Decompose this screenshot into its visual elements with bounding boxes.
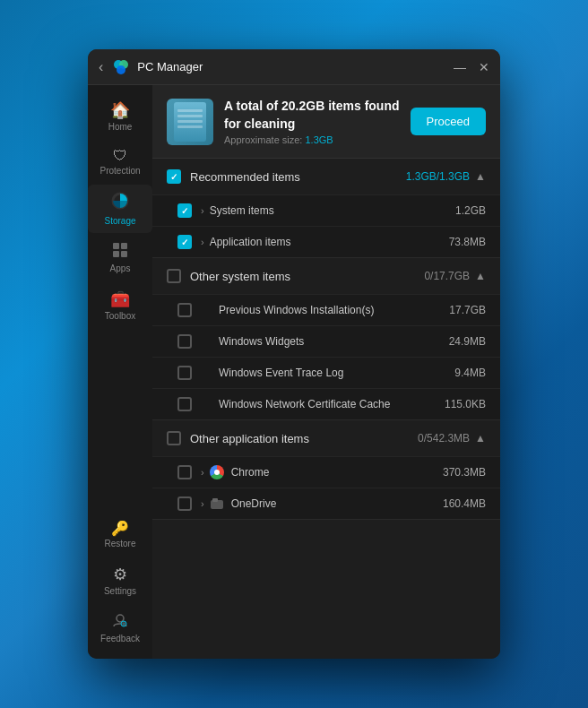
- other-system-sub-items: Previous Windows Installation(s) 17.7GB …: [152, 294, 500, 419]
- recommended-sub-items: › System items 1.2GB › Application items…: [152, 194, 500, 257]
- app-items-label: Application items: [210, 236, 449, 248]
- sidebar-settings-label: Settings: [104, 586, 136, 596]
- svg-rect-7: [121, 251, 127, 257]
- windows-widgets-size: 24.9MB: [449, 335, 486, 348]
- other-app-checkbox[interactable]: [167, 431, 181, 445]
- pc-manager-window: ‹ PC Manager — ✕ 🏠 Home 🛡 Protection: [88, 49, 500, 659]
- list-item: › OneDrive 160.4MB: [152, 488, 500, 519]
- other-system-title: Other system items: [190, 270, 424, 283]
- main-layout: 🏠 Home 🛡 Protection Storage: [88, 85, 500, 659]
- close-button[interactable]: ✕: [479, 60, 489, 74]
- protection-icon: 🛡: [113, 148, 127, 164]
- prev-windows-label: Previous Windows Installation(s): [219, 304, 449, 316]
- prev-windows-size: 17.7GB: [449, 304, 486, 316]
- sidebar: 🏠 Home 🛡 Protection Storage: [88, 85, 152, 659]
- sidebar-storage-label: Storage: [104, 216, 135, 226]
- content-area: A total of 20.2GB items found for cleani…: [152, 85, 500, 659]
- system-items-checkbox[interactable]: [177, 203, 192, 218]
- recommended-title: Recommended items: [190, 170, 406, 184]
- recommended-chevron: ▲: [475, 170, 486, 183]
- recommended-section-header[interactable]: Recommended items 1.3GB/1.3GB ▲: [152, 159, 500, 194]
- event-trace-checkbox[interactable]: [177, 366, 192, 380]
- event-trace-size: 9.4MB: [454, 367, 486, 379]
- list-item: Previous Windows Installation(s) 17.7GB: [152, 294, 500, 325]
- list-item: Windows Network Certificate Cache 115.0K…: [152, 388, 500, 419]
- list-item: › Application items 73.8MB: [152, 226, 500, 257]
- chrome-label: Chrome: [231, 466, 443, 479]
- other-system-chevron: ▲: [475, 270, 486, 282]
- svg-point-2: [117, 65, 125, 74]
- sidebar-item-toolbox[interactable]: 🧰 Toolbox: [88, 282, 152, 328]
- svg-rect-5: [121, 243, 127, 249]
- app-items-checkbox[interactable]: [177, 235, 192, 249]
- onedrive-size: 160.4MB: [443, 497, 486, 510]
- banner-subtitle-text: Approximate size:: [224, 134, 302, 145]
- feedback-icon: !: [112, 612, 128, 632]
- sidebar-toolbox-label: Toolbox: [105, 311, 135, 321]
- recommended-size: 1.3GB/1.3GB: [406, 170, 470, 183]
- prev-windows-checkbox[interactable]: [177, 303, 192, 317]
- window-controls: — ✕: [454, 60, 489, 74]
- sidebar-item-home[interactable]: 🏠 Home: [88, 93, 152, 139]
- home-icon: 🏠: [110, 100, 130, 120]
- recommended-checkbox[interactable]: [167, 169, 181, 184]
- onedrive-icon: [210, 496, 224, 511]
- list-item: Windows Widgets 24.9MB: [152, 325, 500, 357]
- sidebar-item-restore[interactable]: 🔑 Restore: [88, 513, 152, 556]
- banner-text: A total of 20.2GB items found for cleani…: [224, 98, 400, 145]
- chrome-icon: [210, 465, 224, 479]
- onedrive-checkbox[interactable]: [177, 496, 192, 511]
- windows-widgets-label: Windows Widgets: [219, 335, 449, 348]
- other-system-header[interactable]: Other system items 0/17.7GB ▲: [152, 258, 500, 294]
- proceed-button[interactable]: Proceed: [411, 108, 486, 135]
- sidebar-feedback-label: Feedback: [100, 634, 140, 643]
- cert-cache-label: Windows Network Certificate Cache: [219, 398, 445, 410]
- list-item: Windows Event Trace Log 9.4MB: [152, 357, 500, 388]
- recommended-section: Recommended items 1.3GB/1.3GB ▲ › System…: [152, 159, 500, 258]
- other-app-title: Other application items: [190, 432, 418, 445]
- sidebar-item-storage[interactable]: Storage: [88, 185, 152, 233]
- cert-cache-checkbox[interactable]: [177, 397, 192, 411]
- other-app-header[interactable]: Other application items 0/542.3MB ▲: [152, 420, 500, 456]
- list-item: › System items 1.2GB: [152, 194, 500, 226]
- sidebar-item-feedback[interactable]: ! Feedback: [88, 605, 152, 651]
- apps-icon: [112, 242, 128, 262]
- chrome-size: 370.3MB: [443, 466, 486, 479]
- other-system-checkbox[interactable]: [167, 269, 181, 283]
- sidebar-home-label: Home: [108, 122, 133, 132]
- event-trace-label: Windows Event Trace Log: [219, 367, 454, 379]
- app-items-size: 73.8MB: [449, 236, 486, 248]
- sidebar-item-settings[interactable]: ⚙ Settings: [88, 557, 152, 603]
- onedrive-label: OneDrive: [231, 497, 443, 510]
- svg-rect-12: [212, 498, 218, 502]
- app-items-expand[interactable]: ›: [201, 237, 204, 247]
- restore-icon: 🔑: [111, 520, 129, 537]
- banner-subtitle: Approximate size: 1.3GB: [224, 134, 400, 145]
- other-system-section: Other system items 0/17.7GB ▲ Previous W…: [152, 258, 500, 420]
- window-title: PC Manager: [137, 60, 454, 73]
- minimize-button[interactable]: —: [454, 60, 466, 74]
- chrome-checkbox[interactable]: [177, 465, 192, 479]
- list-item: › Chrome 370.3MB: [152, 456, 500, 488]
- toolbox-icon: 🧰: [110, 289, 130, 309]
- other-app-sub-items: › Chrome 370.3MB ›: [152, 456, 500, 519]
- onedrive-expand[interactable]: ›: [201, 498, 204, 509]
- banner-title: A total of 20.2GB items found for cleani…: [224, 98, 400, 133]
- banner-icon: [167, 99, 213, 145]
- back-button[interactable]: ‹: [99, 59, 103, 75]
- banner-icon-graphic: [174, 102, 206, 142]
- chrome-expand[interactable]: ›: [201, 467, 204, 478]
- svg-rect-6: [113, 251, 119, 257]
- app-logo: [112, 58, 130, 76]
- storage-icon: [111, 192, 129, 214]
- sidebar-item-apps[interactable]: Apps: [88, 235, 152, 281]
- banner-size: 1.3GB: [306, 134, 333, 145]
- windows-widgets-checkbox[interactable]: [177, 334, 192, 349]
- system-items-expand[interactable]: ›: [201, 205, 204, 216]
- settings-icon: ⚙: [113, 565, 127, 584]
- system-items-size: 1.2GB: [455, 204, 486, 217]
- sidebar-protection-label: Protection: [99, 166, 140, 176]
- titlebar: ‹ PC Manager — ✕: [88, 49, 500, 85]
- sidebar-item-protection[interactable]: 🛡 Protection: [88, 141, 152, 183]
- system-items-label: System items: [210, 204, 455, 217]
